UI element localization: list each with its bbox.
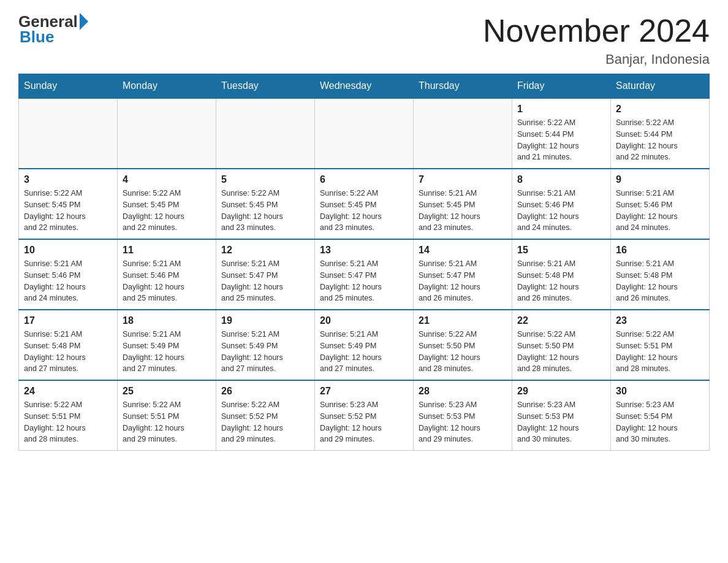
calendar-cell: 12Sunrise: 5:21 AMSunset: 5:47 PMDayligh… [216,239,315,310]
day-number: 19 [221,315,309,326]
calendar-cell [216,98,315,169]
calendar-week-row: 10Sunrise: 5:21 AMSunset: 5:46 PMDayligh… [19,239,710,310]
calendar-cell: 28Sunrise: 5:23 AMSunset: 5:53 PMDayligh… [414,380,512,451]
day-number: 1 [517,104,605,115]
calendar-cell: 3Sunrise: 5:22 AMSunset: 5:45 PMDaylight… [19,169,118,239]
day-number: 10 [24,245,112,256]
calendar-cell: 10Sunrise: 5:21 AMSunset: 5:46 PMDayligh… [19,239,118,310]
calendar-cell [19,98,118,169]
calendar-cell: 13Sunrise: 5:21 AMSunset: 5:47 PMDayligh… [315,239,414,310]
day-info: Sunrise: 5:22 AMSunset: 5:50 PMDaylight:… [419,329,507,375]
title-area: November 2024 Banjar, Indonesia [483,12,710,67]
day-number: 12 [221,245,309,256]
calendar-cell: 15Sunrise: 5:21 AMSunset: 5:48 PMDayligh… [512,239,611,310]
month-title: November 2024 [483,12,710,49]
calendar-cell [414,98,512,169]
logo-arrow-icon [80,13,88,30]
day-info: Sunrise: 5:21 AMSunset: 5:47 PMDaylight:… [221,258,309,304]
day-info: Sunrise: 5:23 AMSunset: 5:53 PMDaylight:… [419,399,507,445]
weekday-header-saturday: Saturday [611,74,710,99]
calendar-cell: 23Sunrise: 5:22 AMSunset: 5:51 PMDayligh… [611,310,710,380]
day-info: Sunrise: 5:21 AMSunset: 5:45 PMDaylight:… [419,188,507,234]
day-info: Sunrise: 5:21 AMSunset: 5:48 PMDaylight:… [616,258,704,304]
day-number: 11 [123,245,211,256]
day-number: 22 [517,315,605,326]
day-number: 27 [320,386,408,397]
day-info: Sunrise: 5:23 AMSunset: 5:52 PMDaylight:… [320,399,408,445]
day-number: 2 [616,104,704,115]
day-number: 5 [221,174,309,185]
day-info: Sunrise: 5:22 AMSunset: 5:51 PMDaylight:… [123,399,211,445]
day-info: Sunrise: 5:22 AMSunset: 5:45 PMDaylight:… [24,188,112,234]
calendar-cell: 9Sunrise: 5:21 AMSunset: 5:46 PMDaylight… [611,169,710,239]
day-number: 21 [419,315,507,326]
day-number: 8 [517,174,605,185]
day-info: Sunrise: 5:23 AMSunset: 5:53 PMDaylight:… [517,399,605,445]
calendar-week-row: 24Sunrise: 5:22 AMSunset: 5:51 PMDayligh… [19,380,710,451]
calendar-cell: 22Sunrise: 5:22 AMSunset: 5:50 PMDayligh… [512,310,611,380]
calendar-cell: 4Sunrise: 5:22 AMSunset: 5:45 PMDaylight… [118,169,216,239]
weekday-header-friday: Friday [512,74,611,99]
calendar-cell: 20Sunrise: 5:21 AMSunset: 5:49 PMDayligh… [315,310,414,380]
calendar-cell: 2Sunrise: 5:22 AMSunset: 5:44 PMDaylight… [611,98,710,169]
calendar-cell: 29Sunrise: 5:23 AMSunset: 5:53 PMDayligh… [512,380,611,451]
day-info: Sunrise: 5:21 AMSunset: 5:48 PMDaylight:… [24,329,112,375]
day-info: Sunrise: 5:23 AMSunset: 5:54 PMDaylight:… [616,399,704,445]
day-info: Sunrise: 5:21 AMSunset: 5:46 PMDaylight:… [616,188,704,234]
calendar-week-row: 17Sunrise: 5:21 AMSunset: 5:48 PMDayligh… [19,310,710,380]
weekday-header-thursday: Thursday [414,74,512,99]
day-info: Sunrise: 5:21 AMSunset: 5:47 PMDaylight:… [419,258,507,304]
calendar-cell: 16Sunrise: 5:21 AMSunset: 5:48 PMDayligh… [611,239,710,310]
weekday-header-row: SundayMondayTuesdayWednesdayThursdayFrid… [19,74,710,99]
calendar-cell [118,98,216,169]
calendar-cell: 26Sunrise: 5:22 AMSunset: 5:52 PMDayligh… [216,380,315,451]
day-info: Sunrise: 5:22 AMSunset: 5:51 PMDaylight:… [24,399,112,445]
day-info: Sunrise: 5:22 AMSunset: 5:44 PMDaylight:… [517,117,605,163]
day-number: 4 [123,174,211,185]
day-number: 13 [320,245,408,256]
day-info: Sunrise: 5:22 AMSunset: 5:50 PMDaylight:… [517,329,605,375]
day-info: Sunrise: 5:22 AMSunset: 5:51 PMDaylight:… [616,329,704,375]
calendar-cell: 1Sunrise: 5:22 AMSunset: 5:44 PMDaylight… [512,98,611,169]
day-info: Sunrise: 5:22 AMSunset: 5:52 PMDaylight:… [221,399,309,445]
day-info: Sunrise: 5:22 AMSunset: 5:45 PMDaylight:… [320,188,408,234]
day-number: 18 [123,315,211,326]
day-info: Sunrise: 5:21 AMSunset: 5:47 PMDaylight:… [320,258,408,304]
day-number: 15 [517,245,605,256]
day-number: 3 [24,174,112,185]
day-number: 30 [616,386,704,397]
day-info: Sunrise: 5:21 AMSunset: 5:48 PMDaylight:… [517,258,605,304]
day-info: Sunrise: 5:21 AMSunset: 5:49 PMDaylight:… [320,329,408,375]
calendar-cell: 17Sunrise: 5:21 AMSunset: 5:48 PMDayligh… [19,310,118,380]
day-info: Sunrise: 5:21 AMSunset: 5:49 PMDaylight:… [221,329,309,375]
calendar-cell: 5Sunrise: 5:22 AMSunset: 5:45 PMDaylight… [216,169,315,239]
day-info: Sunrise: 5:21 AMSunset: 5:46 PMDaylight:… [24,258,112,304]
calendar-week-row: 1Sunrise: 5:22 AMSunset: 5:44 PMDaylight… [19,98,710,169]
weekday-header-sunday: Sunday [19,74,118,99]
calendar-cell: 14Sunrise: 5:21 AMSunset: 5:47 PMDayligh… [414,239,512,310]
calendar-header: SundayMondayTuesdayWednesdayThursdayFrid… [19,74,710,99]
page-header: General Blue November 2024 Banjar, Indon… [18,12,710,67]
day-info: Sunrise: 5:22 AMSunset: 5:45 PMDaylight:… [123,188,211,234]
day-number: 17 [24,315,112,326]
calendar-cell: 30Sunrise: 5:23 AMSunset: 5:54 PMDayligh… [611,380,710,451]
calendar-cell: 8Sunrise: 5:21 AMSunset: 5:46 PMDaylight… [512,169,611,239]
calendar-table: SundayMondayTuesdayWednesdayThursdayFrid… [18,74,710,451]
day-number: 9 [616,174,704,185]
weekday-header-monday: Monday [118,74,216,99]
day-number: 7 [419,174,507,185]
day-number: 6 [320,174,408,185]
day-number: 20 [320,315,408,326]
logo: General Blue [18,12,88,47]
calendar-cell: 11Sunrise: 5:21 AMSunset: 5:46 PMDayligh… [118,239,216,310]
calendar-cell: 27Sunrise: 5:23 AMSunset: 5:52 PMDayligh… [315,380,414,451]
weekday-header-tuesday: Tuesday [216,74,315,99]
day-number: 26 [221,386,309,397]
calendar-cell: 21Sunrise: 5:22 AMSunset: 5:50 PMDayligh… [414,310,512,380]
day-number: 29 [517,386,605,397]
day-number: 28 [419,386,507,397]
calendar-cell: 18Sunrise: 5:21 AMSunset: 5:49 PMDayligh… [118,310,216,380]
day-info: Sunrise: 5:22 AMSunset: 5:45 PMDaylight:… [221,188,309,234]
day-info: Sunrise: 5:21 AMSunset: 5:46 PMDaylight:… [517,188,605,234]
calendar-cell: 6Sunrise: 5:22 AMSunset: 5:45 PMDaylight… [315,169,414,239]
